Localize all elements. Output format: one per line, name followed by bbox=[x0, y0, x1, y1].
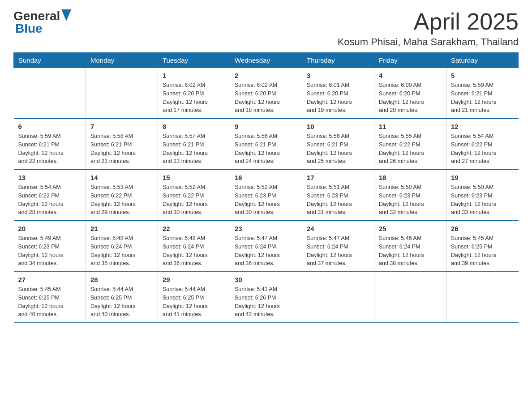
day-info: Sunrise: 5:52 AM Sunset: 6:23 PM Dayligh… bbox=[235, 183, 297, 217]
day-cell: 24Sunrise: 5:47 AM Sunset: 6:24 PM Dayli… bbox=[302, 221, 374, 272]
day-cell: 18Sunrise: 5:50 AM Sunset: 6:23 PM Dayli… bbox=[374, 170, 446, 221]
day-info: Sunrise: 5:59 AM Sunset: 6:21 PM Dayligh… bbox=[451, 81, 514, 115]
day-info: Sunrise: 5:56 AM Sunset: 6:21 PM Dayligh… bbox=[307, 132, 369, 166]
calendar-header: SundayMondayTuesdayWednesdayThursdayFrid… bbox=[14, 53, 519, 68]
day-info: Sunrise: 5:54 AM Sunset: 6:22 PM Dayligh… bbox=[451, 132, 514, 166]
day-number: 13 bbox=[18, 174, 82, 181]
day-number: 3 bbox=[307, 72, 369, 79]
day-info: Sunrise: 5:44 AM Sunset: 6:25 PM Dayligh… bbox=[90, 285, 153, 319]
day-number: 1 bbox=[163, 72, 225, 79]
title-area: April 2025 Kosum Phisai, Maha Sarakham, … bbox=[338, 9, 519, 48]
day-info: Sunrise: 5:47 AM Sunset: 6:24 PM Dayligh… bbox=[235, 234, 297, 268]
day-number: 26 bbox=[451, 225, 514, 232]
day-number: 29 bbox=[163, 276, 225, 283]
day-number: 12 bbox=[451, 123, 514, 130]
day-info: Sunrise: 5:58 AM Sunset: 6:21 PM Dayligh… bbox=[90, 132, 153, 166]
day-info: Sunrise: 5:50 AM Sunset: 6:23 PM Dayligh… bbox=[451, 183, 514, 217]
day-number: 4 bbox=[379, 72, 442, 79]
day-info: Sunrise: 5:57 AM Sunset: 6:21 PM Dayligh… bbox=[163, 132, 225, 166]
day-number: 9 bbox=[235, 123, 297, 130]
day-cell bbox=[86, 68, 158, 119]
day-number: 17 bbox=[307, 174, 369, 181]
day-number: 16 bbox=[235, 174, 297, 181]
day-number: 15 bbox=[163, 174, 225, 181]
week-row-5: 27Sunrise: 5:45 AM Sunset: 6:25 PM Dayli… bbox=[14, 272, 519, 323]
day-cell bbox=[302, 272, 374, 323]
day-number: 22 bbox=[163, 225, 225, 232]
day-cell: 12Sunrise: 5:54 AM Sunset: 6:22 PM Dayli… bbox=[446, 119, 519, 170]
day-info: Sunrise: 5:48 AM Sunset: 6:24 PM Dayligh… bbox=[90, 234, 153, 268]
day-cell: 6Sunrise: 5:59 AM Sunset: 6:21 PM Daylig… bbox=[14, 119, 86, 170]
day-cell: 9Sunrise: 5:56 AM Sunset: 6:21 PM Daylig… bbox=[230, 119, 302, 170]
day-info: Sunrise: 5:52 AM Sunset: 6:22 PM Dayligh… bbox=[163, 183, 225, 217]
day-info: Sunrise: 5:45 AM Sunset: 6:25 PM Dayligh… bbox=[18, 285, 82, 319]
day-info: Sunrise: 5:50 AM Sunset: 6:23 PM Dayligh… bbox=[379, 183, 442, 217]
day-number: 20 bbox=[18, 225, 82, 232]
day-cell: 25Sunrise: 5:46 AM Sunset: 6:24 PM Dayli… bbox=[374, 221, 446, 272]
day-cell: 13Sunrise: 5:54 AM Sunset: 6:22 PM Dayli… bbox=[14, 170, 86, 221]
logo-arrow-icon bbox=[61, 9, 71, 23]
day-cell: 16Sunrise: 5:52 AM Sunset: 6:23 PM Dayli… bbox=[230, 170, 302, 221]
day-info: Sunrise: 5:53 AM Sunset: 6:22 PM Dayligh… bbox=[90, 183, 153, 217]
day-cell: 23Sunrise: 5:47 AM Sunset: 6:24 PM Dayli… bbox=[230, 221, 302, 272]
page-header: General Blue April 2025 Kosum Phisai, Ma… bbox=[13, 9, 519, 48]
svg-marker-0 bbox=[61, 9, 71, 21]
day-info: Sunrise: 6:00 AM Sunset: 6:20 PM Dayligh… bbox=[379, 81, 442, 115]
day-info: Sunrise: 6:02 AM Sunset: 6:20 PM Dayligh… bbox=[163, 81, 225, 115]
day-info: Sunrise: 5:54 AM Sunset: 6:22 PM Dayligh… bbox=[18, 183, 82, 217]
day-number: 21 bbox=[90, 225, 153, 232]
day-number: 27 bbox=[18, 276, 82, 283]
day-cell: 30Sunrise: 5:43 AM Sunset: 6:26 PM Dayli… bbox=[230, 272, 302, 323]
day-cell: 3Sunrise: 6:01 AM Sunset: 6:20 PM Daylig… bbox=[302, 68, 374, 119]
day-cell bbox=[374, 272, 446, 323]
day-cell: 14Sunrise: 5:53 AM Sunset: 6:22 PM Dayli… bbox=[86, 170, 158, 221]
day-number: 7 bbox=[90, 123, 153, 130]
day-info: Sunrise: 5:51 AM Sunset: 6:23 PM Dayligh… bbox=[307, 183, 369, 217]
day-info: Sunrise: 5:56 AM Sunset: 6:21 PM Dayligh… bbox=[235, 132, 297, 166]
day-cell: 1Sunrise: 6:02 AM Sunset: 6:20 PM Daylig… bbox=[158, 68, 230, 119]
day-cell: 26Sunrise: 5:45 AM Sunset: 6:25 PM Dayli… bbox=[446, 221, 519, 272]
day-number: 23 bbox=[235, 225, 297, 232]
day-cell: 4Sunrise: 6:00 AM Sunset: 6:20 PM Daylig… bbox=[374, 68, 446, 119]
header-wednesday: Wednesday bbox=[230, 53, 302, 68]
day-info: Sunrise: 6:02 AM Sunset: 6:20 PM Dayligh… bbox=[235, 81, 297, 115]
day-cell: 15Sunrise: 5:52 AM Sunset: 6:22 PM Dayli… bbox=[158, 170, 230, 221]
calendar-body: 1Sunrise: 6:02 AM Sunset: 6:20 PM Daylig… bbox=[14, 68, 519, 323]
header-friday: Friday bbox=[374, 53, 446, 68]
day-cell bbox=[446, 272, 519, 323]
day-cell: 5Sunrise: 5:59 AM Sunset: 6:21 PM Daylig… bbox=[446, 68, 519, 119]
day-info: Sunrise: 5:46 AM Sunset: 6:24 PM Dayligh… bbox=[379, 234, 442, 268]
week-row-2: 6Sunrise: 5:59 AM Sunset: 6:21 PM Daylig… bbox=[14, 119, 519, 170]
day-number: 14 bbox=[90, 174, 153, 181]
day-number: 25 bbox=[379, 225, 442, 232]
day-number: 28 bbox=[90, 276, 153, 283]
header-tuesday: Tuesday bbox=[158, 53, 230, 68]
header-sunday: Sunday bbox=[14, 53, 86, 68]
days-of-week-row: SundayMondayTuesdayWednesdayThursdayFrid… bbox=[14, 53, 519, 68]
day-info: Sunrise: 5:47 AM Sunset: 6:24 PM Dayligh… bbox=[307, 234, 369, 268]
day-info: Sunrise: 5:49 AM Sunset: 6:23 PM Dayligh… bbox=[18, 234, 82, 268]
day-number: 11 bbox=[379, 123, 442, 130]
month-title: April 2025 bbox=[338, 9, 519, 34]
day-number: 2 bbox=[235, 72, 297, 79]
day-cell: 20Sunrise: 5:49 AM Sunset: 6:23 PM Dayli… bbox=[14, 221, 86, 272]
logo-blue-text: Blue bbox=[15, 21, 43, 36]
day-cell: 27Sunrise: 5:45 AM Sunset: 6:25 PM Dayli… bbox=[14, 272, 86, 323]
day-cell bbox=[14, 68, 86, 119]
location-title: Kosum Phisai, Maha Sarakham, Thailand bbox=[338, 36, 519, 48]
day-number: 8 bbox=[163, 123, 225, 130]
day-info: Sunrise: 5:55 AM Sunset: 6:22 PM Dayligh… bbox=[379, 132, 442, 166]
day-info: Sunrise: 5:44 AM Sunset: 6:25 PM Dayligh… bbox=[163, 285, 225, 319]
day-number: 5 bbox=[451, 72, 514, 79]
header-saturday: Saturday bbox=[446, 53, 519, 68]
day-cell: 7Sunrise: 5:58 AM Sunset: 6:21 PM Daylig… bbox=[86, 119, 158, 170]
day-cell: 2Sunrise: 6:02 AM Sunset: 6:20 PM Daylig… bbox=[230, 68, 302, 119]
day-cell: 17Sunrise: 5:51 AM Sunset: 6:23 PM Dayli… bbox=[302, 170, 374, 221]
day-cell: 8Sunrise: 5:57 AM Sunset: 6:21 PM Daylig… bbox=[158, 119, 230, 170]
day-cell: 22Sunrise: 5:48 AM Sunset: 6:24 PM Dayli… bbox=[158, 221, 230, 272]
day-info: Sunrise: 6:01 AM Sunset: 6:20 PM Dayligh… bbox=[307, 81, 369, 115]
day-info: Sunrise: 5:59 AM Sunset: 6:21 PM Dayligh… bbox=[18, 132, 82, 166]
logo-area: General Blue bbox=[13, 9, 71, 36]
day-cell: 19Sunrise: 5:50 AM Sunset: 6:23 PM Dayli… bbox=[446, 170, 519, 221]
day-cell: 11Sunrise: 5:55 AM Sunset: 6:22 PM Dayli… bbox=[374, 119, 446, 170]
